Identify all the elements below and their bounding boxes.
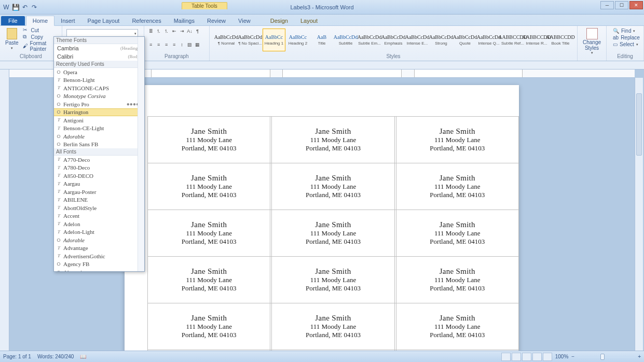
font-item-abottoldstyle[interactable]: 𝑇AbottOldStyle [54, 204, 144, 212]
tab-references[interactable]: References [126, 16, 167, 25]
web-layout-view-button[interactable] [522, 353, 531, 361]
font-item-adelon-light[interactable]: 𝑇Adelon-Light [54, 228, 144, 236]
draft-view-button[interactable] [543, 353, 552, 361]
font-item-a770-deco[interactable]: 𝑇A770-Deco [54, 156, 144, 164]
font-item-cambria[interactable]: Cambria(Headings) [54, 44, 144, 52]
zoom-slider[interactable] [578, 356, 635, 358]
font-item-calibri[interactable]: Calibri(Body) [54, 52, 144, 61]
bullets-button[interactable]: ≣ [147, 27, 155, 35]
style-item-quote[interactable]: AaBbCcDdQuote [454, 29, 476, 51]
font-item-agency-fb[interactable]: OAgency FB [54, 260, 144, 269]
change-styles-button[interactable]: Change Styles ▾ [581, 27, 603, 56]
replace-button[interactable]: abReplace [613, 35, 637, 40]
font-item-benson-ce-light[interactable]: 𝑇Benson-CE-Light [54, 124, 144, 133]
save-icon[interactable]: 💾 [11, 3, 20, 11]
font-item-a850-deco[interactable]: 𝑇A850-DECO [54, 172, 144, 180]
font-item-fertigo-pro[interactable]: OFertigo Pro●●●●● [54, 100, 144, 108]
tab-review[interactable]: Review [201, 16, 232, 25]
sort-button[interactable]: A↓ [186, 27, 194, 35]
status-proofing-icon[interactable]: 📖 [80, 354, 86, 359]
font-dropdown-scrollbar[interactable] [138, 37, 144, 271]
indent-inc-button[interactable]: ⇥ [179, 27, 186, 35]
label-cell[interactable]: Jane Smith111 Moody LanePortland, ME 041… [148, 210, 270, 257]
pilcrow-button[interactable]: ¶ [194, 27, 201, 35]
chevron-down-icon[interactable]: ▾ [134, 32, 138, 36]
cut-button[interactable]: ✂Cut [23, 27, 59, 33]
font-item-adorable[interactable]: OAdorable [54, 132, 144, 141]
label-cell[interactable]: Jane Smith111 Moody LanePortland, ME 041… [396, 163, 518, 210]
label-cell[interactable]: Jane Smith111 Moody LanePortland, ME 041… [272, 117, 394, 163]
font-item-aharoni[interactable]: OAharoniאבגד הוז [54, 268, 144, 271]
tool-tab-layout[interactable]: Layout [294, 16, 324, 25]
style-item-book-title[interactable]: AABBCCDDBook Title [549, 29, 572, 51]
undo-icon[interactable]: ↶ [21, 3, 29, 11]
font-item-accent[interactable]: 𝑇Accent [54, 212, 144, 220]
paste-button[interactable]: Paste ▾ [3, 27, 21, 52]
file-tab[interactable]: File [1, 16, 25, 25]
align-center-button[interactable]: ≡ [155, 41, 162, 48]
select-button[interactable]: ▭Select ▾ [613, 41, 637, 47]
font-item-aargau[interactable]: 𝑇Aargau [54, 180, 144, 188]
find-button[interactable]: 🔍Find ▾ [613, 28, 637, 34]
style-item-subtitle[interactable]: AaBbCcDdSubtitle [334, 29, 357, 51]
style-item-intense-e---[interactable]: AaBbCcDdIntense E... [406, 29, 429, 51]
multilevel-button[interactable]: ⒈ [163, 27, 170, 35]
font-item-antigone-caps[interactable]: 𝑇ANTIGONE-CAPS [54, 84, 144, 92]
label-cell[interactable]: Jane Smith111 Moody LanePortland, ME 041… [396, 210, 518, 257]
outline-view-button[interactable] [532, 353, 542, 361]
print-layout-view-button[interactable] [501, 353, 511, 361]
status-page[interactable]: Page: 1 of 1 [3, 354, 31, 359]
label-cell[interactable]: Jane Smith111 Moody LanePortland, ME 041… [148, 163, 270, 210]
style-item-emphasis[interactable]: AaBbCcDdEmphasis [382, 29, 405, 51]
zoom-slider-knob[interactable] [600, 354, 605, 360]
tab-view[interactable]: View [232, 16, 257, 25]
style-item---normal[interactable]: AaBbCcDd¶ Normal [215, 29, 238, 51]
zoom-out-button[interactable]: − [571, 354, 574, 359]
font-item-advertisersgothic[interactable]: 𝑇AdvertisersGothic [54, 252, 144, 260]
tool-tab-design[interactable]: Design [264, 16, 294, 25]
tab-mailings[interactable]: Mailings [168, 16, 201, 25]
font-dropdown[interactable]: Theme Fonts Cambria(Headings)Calibri(Bod… [53, 36, 145, 272]
font-item-berlin-sans-fb[interactable]: OBerlin Sans FB [54, 141, 144, 149]
font-item-a780-deco[interactable]: 𝑇A780-Deco [54, 164, 144, 172]
redo-icon[interactable]: ↷ [30, 3, 38, 11]
borders-button[interactable]: ▦ [194, 41, 201, 48]
page[interactable]: Jane Smith111 Moody LanePortland, ME 041… [125, 85, 519, 351]
style-item-heading-2[interactable]: AaBbCcHeading 2 [286, 29, 309, 51]
status-words[interactable]: Words: 240/240 [37, 354, 74, 359]
minimize-button[interactable]: ─ [600, 1, 614, 9]
font-item-adelon[interactable]: 𝑇Adelon [54, 220, 144, 228]
close-button[interactable]: ✕ [629, 1, 643, 9]
font-item-harrington[interactable]: OHarrington [54, 108, 144, 117]
line-spacing-button[interactable]: ↕ [179, 41, 186, 48]
justify-button[interactable]: ≡ [171, 41, 178, 48]
full-screen-view-button[interactable] [512, 353, 521, 361]
label-cell[interactable]: Jane Smith111 Moody LanePortland, ME 041… [272, 210, 394, 257]
label-cell[interactable]: Jane Smith111 Moody LanePortland, ME 041… [148, 117, 270, 163]
font-item-monotype-corsiva[interactable]: OMonotype Corsiva [54, 92, 144, 101]
style-item-intense-q---[interactable]: AaBbCcDdIntense Q... [477, 29, 500, 51]
label-cell[interactable]: Jane Smith111 Moody LanePortland, ME 041… [396, 117, 518, 163]
font-item-antigoni[interactable]: 𝑇Antigoni [54, 116, 144, 124]
font-item-opera[interactable]: OOpera [54, 68, 144, 76]
label-cell[interactable]: Jane Smith111 Moody LanePortland, ME 041… [396, 257, 518, 303]
styles-gallery[interactable]: AaBbCcDd¶ NormalAaBbCcDd¶ No Spaci...AaB… [213, 27, 574, 52]
style-item-intense-r---[interactable]: AABBCCDDIntense R... [525, 29, 548, 51]
label-cell[interactable]: Jane Smith111 Moody LanePortland, ME 041… [396, 303, 518, 350]
numbering-button[interactable]: ⒈ [155, 27, 162, 35]
label-cell[interactable]: Jane Smith111 Moody LanePortland, ME 041… [272, 257, 394, 303]
label-cell[interactable]: Jane Smith111 Moody LanePortland, ME 041… [272, 303, 394, 350]
tab-home[interactable]: Home [26, 16, 54, 26]
style-item-strong[interactable]: AaBbCcDdStrong [430, 29, 453, 51]
shading-button[interactable]: ▨ [186, 41, 194, 48]
style-item-subtle-em---[interactable]: AaBbCcDdSubtle Em... [358, 29, 381, 51]
font-item-aargau-poster[interactable]: 𝑇Aargau-Poster [54, 188, 144, 196]
scrollbar-thumb[interactable] [636, 93, 642, 156]
align-left-button[interactable]: ≡ [147, 41, 155, 48]
tab-insert[interactable]: Insert [54, 16, 81, 25]
zoom-level[interactable]: 100% [555, 354, 569, 359]
font-item-benson-light[interactable]: 𝑇Benson-Light [54, 76, 144, 85]
font-item-abilene[interactable]: 𝑇ABILENE [54, 196, 144, 204]
vertical-scrollbar[interactable] [635, 78, 643, 351]
zoom-in-button[interactable]: + [638, 354, 641, 359]
